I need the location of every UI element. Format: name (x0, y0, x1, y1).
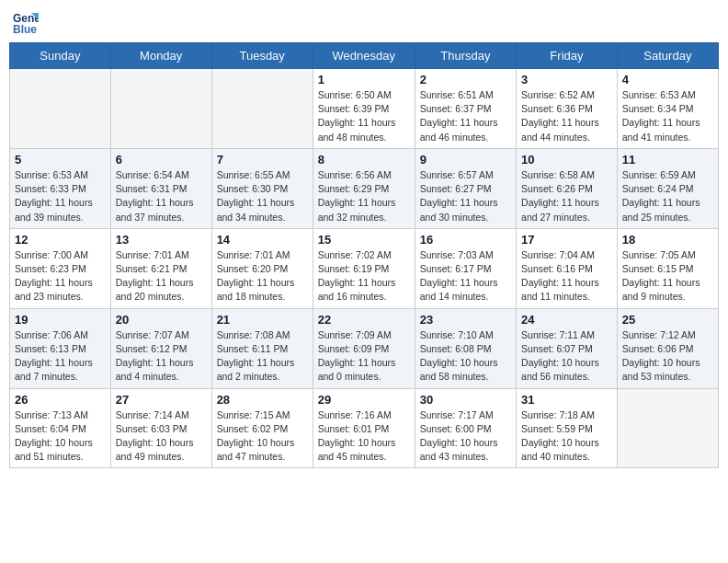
day-info: Sunrise: 7:10 AM Sunset: 6:08 PM Dayligh… (420, 328, 511, 385)
day-number: 23 (420, 313, 511, 327)
day-info: Sunrise: 7:01 AM Sunset: 6:21 PM Dayligh… (116, 248, 207, 304)
weekday-header-friday: Friday (517, 43, 618, 69)
day-info: Sunrise: 7:11 AM Sunset: 6:07 PM Dayligh… (521, 328, 612, 385)
calendar-cell: 31Sunrise: 7:18 AM Sunset: 5:59 PM Dayli… (517, 388, 618, 468)
day-number: 30 (420, 393, 511, 407)
day-info: Sunrise: 7:02 AM Sunset: 6:19 PM Dayligh… (318, 248, 410, 304)
calendar-cell: 18Sunrise: 7:05 AM Sunset: 6:15 PM Dayli… (617, 228, 718, 308)
calendar-cell: 21Sunrise: 7:08 AM Sunset: 6:11 PM Dayli… (211, 308, 313, 388)
weekday-header-wednesday: Wednesday (313, 43, 415, 69)
day-number: 7 (217, 153, 308, 167)
day-info: Sunrise: 6:57 AM Sunset: 6:27 PM Dayligh… (420, 168, 511, 224)
day-info: Sunrise: 6:53 AM Sunset: 6:34 PM Dayligh… (622, 88, 713, 144)
calendar-cell: 10Sunrise: 6:58 AM Sunset: 6:26 PM Dayli… (517, 148, 618, 228)
calendar-cell: 30Sunrise: 7:17 AM Sunset: 6:00 PM Dayli… (415, 388, 516, 468)
day-info: Sunrise: 6:53 AM Sunset: 6:33 PM Dayligh… (15, 168, 106, 224)
calendar-cell: 11Sunrise: 6:59 AM Sunset: 6:24 PM Dayli… (617, 148, 718, 228)
calendar-header: General Blue (9, 9, 719, 35)
day-info: Sunrise: 7:06 AM Sunset: 6:13 PM Dayligh… (15, 328, 106, 385)
day-info: Sunrise: 6:56 AM Sunset: 6:29 PM Dayligh… (318, 168, 410, 224)
calendar-cell: 1Sunrise: 6:50 AM Sunset: 6:39 PM Daylig… (313, 69, 415, 149)
day-number: 15 (318, 233, 410, 247)
day-number: 21 (217, 313, 308, 327)
week-row-2: 5Sunrise: 6:53 AM Sunset: 6:33 PM Daylig… (10, 148, 719, 228)
day-number: 13 (116, 233, 207, 247)
day-info: Sunrise: 7:16 AM Sunset: 6:01 PM Dayligh… (318, 408, 410, 465)
calendar-cell: 12Sunrise: 7:00 AM Sunset: 6:23 PM Dayli… (10, 228, 111, 308)
week-row-4: 19Sunrise: 7:06 AM Sunset: 6:13 PM Dayli… (10, 308, 719, 388)
svg-text:Blue: Blue (13, 23, 37, 35)
day-info: Sunrise: 7:07 AM Sunset: 6:12 PM Dayligh… (116, 328, 207, 385)
day-info: Sunrise: 7:03 AM Sunset: 6:17 PM Dayligh… (420, 248, 511, 304)
day-number: 9 (420, 153, 511, 167)
day-number: 20 (116, 313, 207, 327)
day-info: Sunrise: 7:12 AM Sunset: 6:06 PM Dayligh… (622, 328, 713, 385)
calendar-cell: 29Sunrise: 7:16 AM Sunset: 6:01 PM Dayli… (313, 388, 415, 468)
calendar-cell (10, 69, 111, 149)
day-number: 18 (622, 233, 713, 247)
calendar-cell: 5Sunrise: 6:53 AM Sunset: 6:33 PM Daylig… (10, 148, 111, 228)
day-info: Sunrise: 6:50 AM Sunset: 6:39 PM Dayligh… (318, 88, 410, 144)
day-info: Sunrise: 6:55 AM Sunset: 6:30 PM Dayligh… (217, 168, 308, 224)
calendar-cell: 28Sunrise: 7:15 AM Sunset: 6:02 PM Dayli… (211, 388, 313, 468)
calendar-cell: 14Sunrise: 7:01 AM Sunset: 6:20 PM Dayli… (211, 228, 313, 308)
weekday-header-thursday: Thursday (415, 43, 516, 69)
day-number: 27 (116, 393, 207, 407)
day-number: 4 (622, 73, 713, 86)
day-info: Sunrise: 6:51 AM Sunset: 6:37 PM Dayligh… (420, 88, 511, 144)
calendar-table: SundayMondayTuesdayWednesdayThursdayFrid… (9, 42, 719, 468)
week-row-3: 12Sunrise: 7:00 AM Sunset: 6:23 PM Dayli… (10, 228, 719, 308)
calendar-cell: 25Sunrise: 7:12 AM Sunset: 6:06 PM Dayli… (617, 308, 718, 388)
calendar-cell: 2Sunrise: 6:51 AM Sunset: 6:37 PM Daylig… (415, 69, 516, 149)
calendar-cell: 22Sunrise: 7:09 AM Sunset: 6:09 PM Dayli… (313, 308, 415, 388)
calendar-cell: 7Sunrise: 6:55 AM Sunset: 6:30 PM Daylig… (211, 148, 313, 228)
weekday-header-row: SundayMondayTuesdayWednesdayThursdayFrid… (10, 43, 719, 69)
calendar-cell (617, 388, 718, 468)
calendar-cell: 3Sunrise: 6:52 AM Sunset: 6:36 PM Daylig… (517, 69, 618, 149)
calendar-cell: 13Sunrise: 7:01 AM Sunset: 6:21 PM Dayli… (110, 228, 211, 308)
day-number: 29 (318, 393, 410, 407)
day-info: Sunrise: 7:13 AM Sunset: 6:04 PM Dayligh… (15, 408, 106, 465)
day-number: 25 (622, 313, 713, 327)
day-info: Sunrise: 7:04 AM Sunset: 6:16 PM Dayligh… (521, 248, 612, 304)
day-number: 24 (521, 313, 612, 327)
day-info: Sunrise: 6:54 AM Sunset: 6:31 PM Dayligh… (116, 168, 207, 224)
week-row-1: 1Sunrise: 6:50 AM Sunset: 6:39 PM Daylig… (10, 69, 719, 149)
day-info: Sunrise: 7:05 AM Sunset: 6:15 PM Dayligh… (622, 248, 713, 304)
day-number: 3 (521, 73, 612, 86)
day-info: Sunrise: 6:52 AM Sunset: 6:36 PM Dayligh… (521, 88, 612, 144)
weekday-header-tuesday: Tuesday (211, 43, 313, 69)
weekday-header-sunday: Sunday (10, 43, 111, 69)
calendar-cell: 17Sunrise: 7:04 AM Sunset: 6:16 PM Dayli… (517, 228, 618, 308)
day-info: Sunrise: 7:15 AM Sunset: 6:02 PM Dayligh… (217, 408, 308, 465)
calendar-cell: 8Sunrise: 6:56 AM Sunset: 6:29 PM Daylig… (313, 148, 415, 228)
day-info: Sunrise: 6:58 AM Sunset: 6:26 PM Dayligh… (521, 168, 612, 224)
calendar-cell: 19Sunrise: 7:06 AM Sunset: 6:13 PM Dayli… (10, 308, 111, 388)
day-number: 19 (15, 313, 106, 327)
day-number: 10 (521, 153, 612, 167)
calendar-cell: 27Sunrise: 7:14 AM Sunset: 6:03 PM Dayli… (110, 388, 211, 468)
calendar-cell: 24Sunrise: 7:11 AM Sunset: 6:07 PM Dayli… (517, 308, 618, 388)
logo: General Blue (13, 9, 42, 35)
day-number: 28 (217, 393, 308, 407)
day-number: 8 (318, 153, 410, 167)
day-number: 22 (318, 313, 410, 327)
day-info: Sunrise: 7:01 AM Sunset: 6:20 PM Dayligh… (217, 248, 308, 304)
calendar-cell: 9Sunrise: 6:57 AM Sunset: 6:27 PM Daylig… (415, 148, 516, 228)
day-number: 2 (420, 73, 511, 86)
day-number: 5 (15, 153, 106, 167)
calendar-cell: 26Sunrise: 7:13 AM Sunset: 6:04 PM Dayli… (10, 388, 111, 468)
calendar-cell (110, 69, 211, 149)
day-number: 17 (521, 233, 612, 247)
day-info: Sunrise: 6:59 AM Sunset: 6:24 PM Dayligh… (622, 168, 713, 224)
calendar-cell: 23Sunrise: 7:10 AM Sunset: 6:08 PM Dayli… (415, 308, 516, 388)
calendar-cell: 6Sunrise: 6:54 AM Sunset: 6:31 PM Daylig… (110, 148, 211, 228)
day-info: Sunrise: 7:17 AM Sunset: 6:00 PM Dayligh… (420, 408, 511, 465)
calendar-cell: 4Sunrise: 6:53 AM Sunset: 6:34 PM Daylig… (617, 69, 718, 149)
calendar-cell: 16Sunrise: 7:03 AM Sunset: 6:17 PM Dayli… (415, 228, 516, 308)
logo-icon: General Blue (13, 9, 39, 35)
calendar-cell (211, 69, 313, 149)
day-info: Sunrise: 7:09 AM Sunset: 6:09 PM Dayligh… (318, 328, 410, 385)
day-number: 1 (318, 73, 410, 86)
calendar-cell: 20Sunrise: 7:07 AM Sunset: 6:12 PM Dayli… (110, 308, 211, 388)
